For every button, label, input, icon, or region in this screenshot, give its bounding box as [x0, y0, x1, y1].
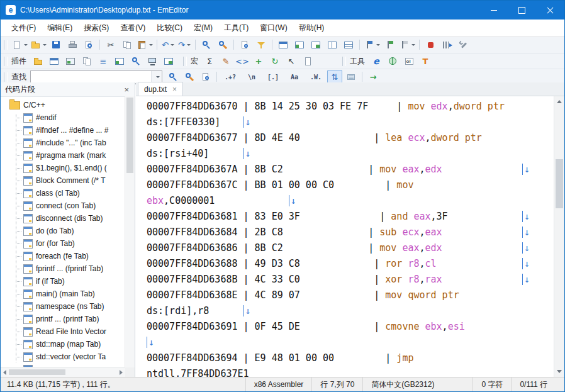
new-file-button[interactable] [11, 38, 28, 52]
snippet-item-17[interactable]: printf ... (printf Tab) [1, 313, 125, 325]
snippet-item-16[interactable]: namespace (ns Tab) [1, 300, 125, 313]
status-line-position[interactable]: 0/111 行 [511, 378, 556, 391]
macro-document-button[interactable] [300, 54, 315, 69]
open-file-button[interactable] [30, 38, 47, 52]
snippet-item-3[interactable]: #include "..." (inc Tab [1, 137, 125, 149]
snippets-root-folder[interactable]: C/C++ [1, 99, 125, 111]
html-bar-button[interactable] [276, 38, 291, 52]
image-preview-plugin-button[interactable] [63, 54, 78, 69]
bookmark-button[interactable] [363, 38, 381, 52]
macro-sum-button[interactable]: Σ [202, 54, 217, 69]
editor-text-area[interactable]: 00007FF84DD63670 | 8B 14 25 30 03 FE 7F … [136, 96, 554, 377]
print-button[interactable] [65, 38, 80, 52]
play-macro-button[interactable] [439, 38, 454, 52]
menu-item-3[interactable]: 搜索(S) [78, 20, 115, 36]
compare-documents-button[interactable] [341, 38, 356, 52]
html-bar-plugin-button[interactable] [47, 54, 62, 69]
snippet-item-1[interactable]: #endif [1, 111, 125, 124]
snippet-item-18[interactable]: Read File Into Vector [1, 325, 125, 338]
status-char-count[interactable]: 0 字符 [473, 378, 511, 391]
snippet-item-19[interactable]: std::map (map Tab) [1, 338, 125, 350]
find-button[interactable] [199, 38, 214, 52]
snippets-panel-close-button[interactable]: × [123, 85, 130, 94]
macro-add-button[interactable]: + [251, 54, 266, 69]
snippet-item-11[interactable]: for (for Tab) [1, 237, 125, 250]
editor-vertical-scrollbar[interactable] [554, 96, 564, 377]
cut-button[interactable]: ✂ [103, 38, 118, 52]
snippet-item-8[interactable]: connect (con Tab) [1, 199, 125, 212]
tab-close-icon[interactable]: × [172, 85, 177, 94]
copy-button[interactable] [120, 38, 135, 52]
browser-tool-button[interactable]: e [369, 54, 384, 69]
snippets-plugin-button[interactable] [145, 54, 160, 69]
word-count-plugin-button[interactable] [161, 54, 176, 69]
snippet-item-9[interactable]: disconnect (dis Tab) [1, 212, 125, 225]
toolbar-grip[interactable] [4, 57, 8, 66]
split-window-button[interactable] [325, 38, 340, 52]
filter-button[interactable] [254, 38, 269, 52]
menu-item-6[interactable]: 宏(M) [188, 20, 218, 36]
clear-bookmarks-button[interactable] [398, 38, 416, 52]
toolbar-grip[interactable] [4, 72, 8, 82]
scroll-down-icon[interactable] [554, 366, 564, 377]
next-bookmark-button[interactable] [382, 38, 397, 52]
save-button[interactable] [48, 38, 64, 52]
customize-toolbar-button[interactable] [456, 38, 471, 52]
replace-button[interactable] [215, 38, 230, 52]
print-preview-button[interactable] [81, 38, 96, 52]
macro-edit-button[interactable]: ✎ [218, 54, 233, 69]
scrollbar-thumb[interactable] [9, 369, 65, 375]
status-syntax[interactable]: x86 Assembler [245, 378, 312, 391]
paste-button[interactable] [136, 38, 154, 52]
menu-item-1[interactable]: 文件(F) [6, 20, 42, 36]
snippet-item-4[interactable]: #pragma mark (mark [1, 149, 125, 162]
combo-dropdown-button[interactable] [151, 71, 162, 83]
toolbar-grip[interactable] [183, 57, 187, 66]
search-plugin-button[interactable] [128, 54, 143, 69]
scroll-right-icon[interactable] [120, 370, 123, 375]
toolbar-grip[interactable] [342, 57, 346, 66]
close-button[interactable] [536, 1, 564, 20]
snippets-horizontal-scrollbar[interactable] [1, 367, 125, 377]
macro-code-button[interactable]: <> [235, 54, 250, 69]
projects-plugin-button[interactable] [112, 54, 127, 69]
macro-run-button[interactable]: ↻ [267, 54, 282, 69]
find-input[interactable] [31, 72, 151, 82]
toolbar-grip[interactable] [4, 40, 8, 50]
scroll-left-icon[interactable] [3, 370, 6, 375]
scrollbar-thumb[interactable] [126, 98, 133, 173]
undo-button[interactable]: ↶ [160, 38, 176, 52]
outline-plugin-button[interactable]: ≡ [96, 54, 111, 69]
record-macro-button[interactable] [423, 38, 438, 52]
web-preview-button[interactable] [292, 38, 307, 52]
tab-dup.txt[interactable]: dup.txt× [138, 82, 183, 96]
menu-item-9[interactable]: 帮助(H) [293, 20, 330, 36]
status-encoding[interactable]: 简体中文(GB2312) [362, 378, 442, 391]
snippets-vertical-scrollbar[interactable] [125, 96, 135, 367]
live-preview-button[interactable] [308, 38, 323, 52]
snippet-item-10[interactable]: do (do Tab) [1, 225, 125, 237]
menu-item-7[interactable]: 工具(T) [218, 20, 254, 36]
macro-select-button[interactable]: ↖ [284, 54, 299, 69]
scroll-up-icon[interactable] [554, 96, 564, 107]
snippet-item-6[interactable]: Block Comment (/* T [1, 174, 125, 187]
menu-item-8[interactable]: 窗口(W) [254, 20, 293, 36]
external-tool-button[interactable]: T [418, 54, 433, 69]
explorer-plugin-button[interactable] [30, 54, 45, 69]
snippet-item-2[interactable]: #ifndef ... #define ... # [1, 124, 125, 137]
snippet-item-13[interactable]: fprintf ... (fprintf Tab) [1, 262, 125, 275]
scrollbar-thumb[interactable] [556, 159, 563, 208]
snippet-item-14[interactable]: if (if Tab) [1, 275, 125, 288]
menu-item-4[interactable]: 查看(V) [115, 20, 151, 36]
snippet-item-5[interactable]: $1.begin(), $1.end() ( [1, 162, 125, 174]
snippet-item-7[interactable]: class (cl Tab) [1, 187, 125, 199]
redo-button[interactable]: ↷ [177, 38, 192, 52]
web-tool-button[interactable] [385, 54, 400, 69]
menu-item-5[interactable]: 比较(C) [151, 20, 188, 36]
find-in-files-button[interactable] [237, 38, 252, 52]
snippet-item-15[interactable]: main() (main Tab) [1, 288, 125, 300]
minimize-button[interactable] [479, 1, 508, 20]
outline-tool-button[interactable] [401, 54, 417, 69]
snippet-item-12[interactable]: foreach (fe Tab) [1, 250, 125, 262]
maximize-button[interactable] [508, 1, 536, 20]
